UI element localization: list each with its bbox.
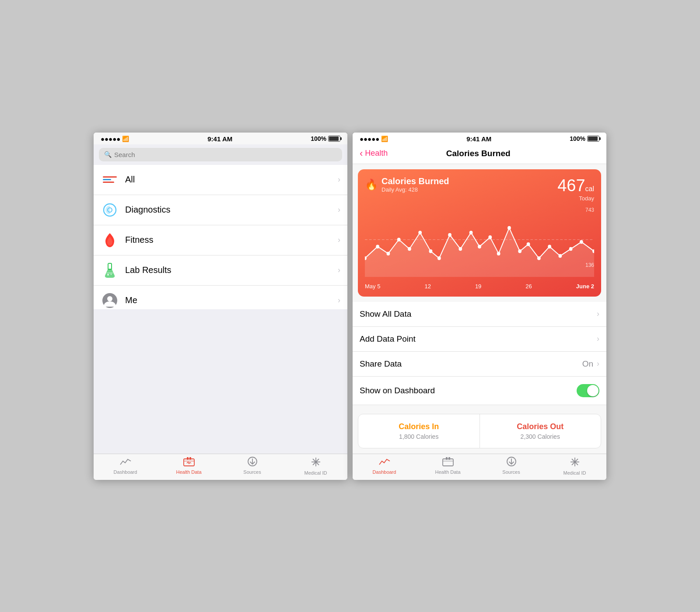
chart-title-text: Calories Burned Daily Avg: 428 (382, 176, 449, 193)
calories-card: Calories In 1,800 Calories Calories Out … (358, 414, 601, 448)
svg-point-25 (386, 252, 390, 255)
medical-id-icon (311, 457, 321, 469)
svg-point-34 (478, 245, 481, 248)
svg-point-37 (508, 226, 511, 230)
me-icon (101, 291, 119, 309)
detail-row-show-all-data[interactable]: Show All Data › (353, 302, 606, 327)
lab-results-icon (101, 261, 119, 280)
chart-subtitle: Daily Avg: 428 (382, 186, 449, 193)
sources-icon-2 (507, 457, 516, 468)
screen2-tab-bar: Dashboard Health Data (353, 454, 606, 480)
svg-point-32 (458, 247, 462, 251)
x-label-1: May 5 (365, 283, 380, 290)
chevron-icon: › (338, 235, 340, 245)
chart-period: Today (557, 195, 594, 202)
diagnostics-icon (101, 201, 119, 219)
svg-point-31 (448, 233, 452, 237)
category-item-fitness[interactable]: Fitness › (94, 225, 347, 255)
signal-dots-2: ●●●●● (360, 135, 379, 143)
category-item-all[interactable]: All › (94, 165, 347, 195)
battery-icon (328, 136, 340, 142)
category-item-me[interactable]: Me › (94, 286, 347, 309)
category-label-diagnostics: Diagnostics (125, 205, 338, 215)
tab2-health-data[interactable]: Health Data (416, 457, 480, 476)
svg-point-30 (438, 256, 441, 260)
x-label-5: June 2 (576, 283, 594, 290)
sources-icon (248, 457, 257, 468)
tab2-health-data-label: Health Data (435, 469, 460, 475)
svg-rect-16 (189, 457, 191, 460)
add-data-point-label: Add Data Point (360, 334, 597, 344)
tab-dashboard-label: Dashboard (114, 469, 137, 475)
search-input[interactable] (114, 151, 337, 158)
x-label-2: 12 (424, 283, 430, 290)
chevron-icon: › (338, 296, 340, 305)
health-data-icon-2 (442, 457, 454, 468)
category-item-diagnostics[interactable]: Diagnostics › (94, 195, 347, 225)
calories-out-item: Calories Out 2,300 Calories (480, 414, 601, 448)
show-on-dashboard-toggle[interactable] (577, 384, 599, 397)
chart-card: 🔥 Calories Burned Daily Avg: 428 467cal … (358, 169, 601, 297)
tab2-sources[interactable]: Sources (480, 457, 543, 476)
svg-point-4 (111, 273, 112, 275)
svg-point-42 (558, 254, 562, 258)
screen2: ●●●●● 📶 9:41 AM 100% ‹ Health Calories B… (353, 133, 606, 480)
chart-area: 743 136 (365, 207, 594, 277)
category-label-me: Me (125, 295, 338, 305)
svg-rect-46 (443, 459, 453, 466)
search-bar[interactable]: 🔍 (99, 148, 342, 161)
x-label-4: 26 (525, 283, 532, 290)
y-label-min: 136 (585, 262, 594, 268)
screen1-status-bar: ●●●●● 📶 9:41 AM 100% (94, 133, 347, 144)
svg-point-3 (107, 274, 109, 276)
signal-dots: ●●●●● (101, 135, 120, 143)
chevron-icon: › (338, 266, 340, 275)
category-item-lab-results[interactable]: Lab Results › (94, 255, 347, 286)
screens-container: ●●●●● 📶 9:41 AM 100% 🔍 (85, 124, 615, 489)
category-label-fitness: Fitness (125, 235, 338, 245)
medical-id-icon-2 (570, 457, 580, 469)
svg-rect-2 (108, 263, 112, 269)
svg-point-28 (418, 231, 422, 234)
battery-area-2: 100% (570, 135, 599, 142)
svg-rect-47 (446, 457, 448, 460)
chart-title: Calories Burned (382, 176, 449, 186)
calories-in-label: Calories In (365, 422, 472, 431)
detail-row-share-data[interactable]: Share Data On › (353, 352, 606, 377)
screen2-status-bar: ●●●●● 📶 9:41 AM 100% (353, 133, 606, 144)
chart-value-area: 467cal Today (557, 176, 594, 202)
svg-point-6 (107, 296, 112, 301)
y-label-max: 743 (585, 207, 594, 213)
tab2-dashboard-label: Dashboard (373, 469, 396, 475)
chevron-icon: › (338, 175, 340, 184)
tab-sources[interactable]: Sources (220, 457, 284, 476)
wifi-icon-2: 📶 (381, 136, 388, 142)
chart-svg (365, 207, 594, 277)
wifi-icon: 📶 (122, 136, 129, 142)
svg-point-27 (408, 247, 411, 251)
screen1-tab-bar: Dashboard Health Data (94, 454, 347, 480)
tab-dashboard[interactable]: Dashboard (94, 457, 157, 476)
tab-medical-id[interactable]: Medical ID (284, 457, 347, 476)
chart-value: 467 (557, 176, 585, 195)
category-label-all: All (125, 175, 338, 185)
chevron-icon: › (597, 334, 599, 343)
detail-rows: Show All Data › Add Data Point › Share D… (353, 302, 606, 405)
svg-point-43 (569, 247, 573, 251)
fitness-icon (101, 231, 119, 249)
all-icon (101, 171, 119, 189)
tab2-medical-id[interactable]: Medical ID (543, 457, 606, 476)
page-title: Calories Burned (357, 149, 599, 158)
battery-percent: 100% (311, 135, 326, 142)
tab2-dashboard[interactable]: Dashboard (353, 457, 416, 476)
svg-point-44 (580, 240, 583, 244)
calories-out-value: 2,300 Calories (487, 433, 594, 440)
tab-health-data[interactable]: Health Data (157, 457, 220, 476)
chart-axis-labels: May 5 12 19 26 June 2 (365, 281, 594, 290)
tab-sources-label: Sources (243, 469, 261, 475)
svg-rect-15 (187, 457, 189, 460)
chart-unit: cal (585, 185, 594, 192)
svg-point-24 (376, 245, 379, 248)
detail-row-add-data-point[interactable]: Add Data Point › (353, 327, 606, 352)
svg-point-36 (497, 252, 500, 255)
